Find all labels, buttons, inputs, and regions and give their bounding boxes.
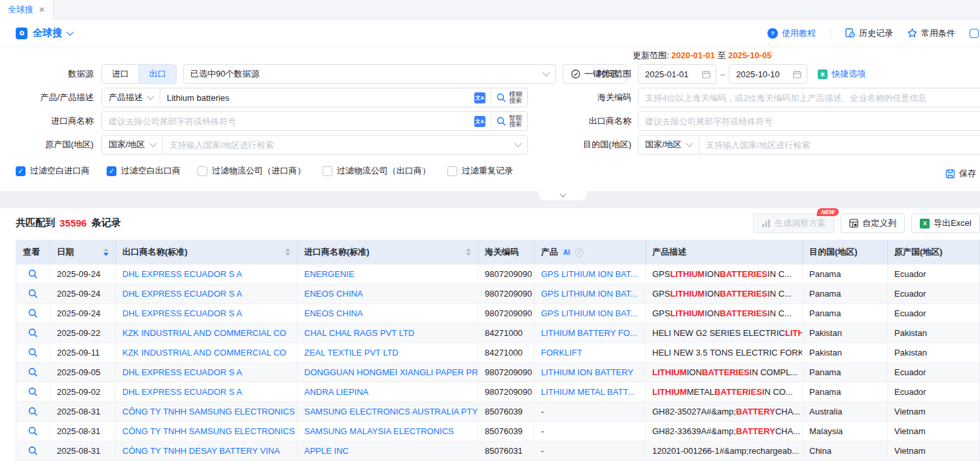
checkbox-icon[interactable]: ✓	[107, 166, 116, 176]
customize-columns-button[interactable]: 自定义列	[841, 213, 905, 233]
exporter-link[interactable]: CÔNG TY TNHH SAMSUNG ELECTRONICS ...	[116, 422, 298, 441]
chevron-down-icon[interactable]	[66, 28, 73, 35]
destination-cell: Australia	[803, 402, 888, 422]
import-toggle[interactable]: 进口	[102, 65, 139, 83]
save-button[interactable]: 保存	[945, 168, 976, 179]
destination-type-select[interactable]: 国家/地区	[639, 136, 699, 154]
product-link[interactable]: LITHIUM ION BATTERY	[534, 363, 646, 382]
destination-cell: Panama	[803, 304, 888, 323]
product-type-select[interactable]: 产品描述	[102, 88, 160, 107]
filter-checkbox-4[interactable]: 过滤重复记录	[447, 165, 513, 177]
tab-global-search[interactable]: 全球搜 ✕	[0, 0, 54, 20]
search-form: 更新范围: 2020-01-01 至 2025-10-05 数据源 进口 出口 …	[0, 47, 980, 191]
close-icon[interactable]: ✕	[39, 5, 45, 14]
view-record-button[interactable]	[16, 402, 50, 422]
datasource-select[interactable]: 已选中90个数据源	[183, 64, 556, 84]
view-record-button[interactable]	[16, 304, 50, 323]
filter-checkbox-1[interactable]: ✓过滤空白出口商	[107, 165, 181, 177]
app-root: 全球搜 ✕ 全球搜 ? 使用教程 历史记录	[0, 0, 980, 461]
exporter-link[interactable]: CÔNG TY TNHH DESAY BATTERY VINA	[116, 441, 298, 461]
importer-link[interactable]: SAMSUNG ELECTRONICS AUSTRALIA PTY	[298, 402, 478, 422]
sort-carets[interactable]	[103, 248, 109, 256]
results-summary: 共匹配到 35596 条记录	[16, 217, 121, 229]
checkbox-icon[interactable]	[447, 166, 457, 176]
product-link[interactable]: GPS LITHIUM ION BAT...	[534, 265, 646, 284]
product-link[interactable]: LITHIUM BATTERY FO...	[534, 323, 646, 343]
view-record-button[interactable]	[16, 441, 50, 461]
exporter-link[interactable]: DHL EXPRESS ECUADOR S A	[116, 382, 298, 402]
exporter-link[interactable]: KZK INDUSTRIAL AND COMMERCIAL CO	[116, 343, 298, 363]
view-record-button[interactable]	[16, 382, 50, 402]
exporter-link[interactable]: DHL EXPRESS ECUADOR S A	[116, 265, 298, 284]
export-excel-button[interactable]: X 导出Excel	[911, 213, 980, 233]
importer-link[interactable]: DONGGUAN HONGMEI XIANGLI PAPER PR...	[298, 363, 478, 382]
exporter-link[interactable]: DHL EXPRESS ECUADOR S A	[116, 284, 298, 304]
sort-carets[interactable]	[285, 248, 290, 256]
end-date-input[interactable]: 2025-10-10	[729, 64, 807, 84]
exporter-link[interactable]: DHL EXPRESS ECUADOR S A	[116, 304, 298, 323]
table-row: 2025-09-02DHL EXPRESS ECUADOR S AANDRA L…	[16, 382, 980, 402]
importer-link[interactable]: ANDRA LIEPINA	[298, 382, 478, 402]
column-header-date[interactable]: 日期	[50, 240, 116, 265]
table-body: 2025-09-24DHL EXPRESS ECUADOR S AENERGEN…	[16, 265, 980, 461]
export-toggle[interactable]: 出口	[139, 65, 176, 83]
exporter-link[interactable]: DHL EXPRESS ECUADOR S A	[116, 363, 298, 382]
origin-country-input[interactable]	[163, 136, 516, 154]
tutorial-icon: ?	[767, 28, 778, 39]
smart-search-button[interactable]: 智能搜索	[491, 112, 527, 130]
destination-country-input[interactable]	[699, 136, 980, 154]
info-icon[interactable]: i	[575, 248, 584, 257]
view-record-button[interactable]	[16, 343, 50, 363]
importer-link[interactable]: SAMSUNG MALAYSIA ELECTRONICS	[298, 422, 478, 441]
view-record-button[interactable]	[16, 265, 50, 284]
filter-checkbox-3[interactable]: 过滤物流公司（出口商）	[323, 165, 430, 177]
start-date-input[interactable]: 2025-01-01	[638, 64, 716, 84]
importer-link[interactable]: ENEOS CHINA	[298, 304, 478, 323]
view-record-button[interactable]	[16, 363, 50, 382]
importer-input[interactable]	[102, 112, 469, 130]
view-record-button[interactable]	[16, 284, 50, 304]
collapse-form-button[interactable]	[538, 191, 587, 200]
exporter-link[interactable]: CÔNG TY TNHH SAMSUNG ELECTRONICS ...	[116, 402, 298, 422]
view-record-button[interactable]	[16, 323, 50, 343]
translate-icon[interactable]: 文A	[474, 92, 485, 103]
product-link[interactable]: GPS LITHIUM ION BAT...	[534, 284, 646, 304]
tutorial-button[interactable]: ? 使用教程	[767, 28, 816, 39]
importer-link[interactable]: ENERGENIE	[298, 265, 478, 284]
exporter-link[interactable]: KZK INDUSTRIAL AND COMMERCIAL CO	[116, 323, 298, 343]
history-icon	[845, 28, 855, 38]
fuzzy-search-button[interactable]: 模糊搜索	[491, 88, 527, 107]
hs-code-input[interactable]	[639, 88, 980, 107]
exporter-input[interactable]	[639, 112, 980, 130]
calendar-icon	[702, 70, 710, 79]
generate-insight-button[interactable]: 生成洞察方案 NEW	[753, 213, 834, 233]
importer-link[interactable]: ENEOS CHINA	[298, 284, 478, 304]
chevron-down-icon	[149, 139, 156, 147]
checkbox-icon[interactable]	[323, 166, 332, 176]
tab-label: 全球搜	[8, 4, 33, 16]
checkbox-icon[interactable]: ✓	[16, 166, 26, 176]
product-link[interactable]: FORKLIFT	[534, 343, 646, 363]
product-input[interactable]	[160, 88, 469, 107]
destination-input-group: 国家/地区	[638, 135, 980, 155]
checkbox-icon[interactable]	[198, 166, 207, 176]
importer-link[interactable]: CHAL CHAL RAGS PVT LTD	[298, 323, 478, 343]
quick-options-button[interactable]: 快捷选项	[818, 68, 866, 80]
importer-link[interactable]: ZEAL TEXTILE PVT LTD	[298, 343, 478, 363]
cut-off-action-icon[interactable]	[970, 29, 979, 38]
product-link[interactable]: LITHIUM METAL BATT...	[534, 382, 646, 402]
column-header-importer[interactable]: 进口商名称(标准)	[298, 240, 478, 265]
importer-link[interactable]: APPLE INC	[298, 441, 478, 461]
product-link[interactable]: GPS LITHIUM ION BAT...	[534, 304, 646, 323]
filter-checkbox-2[interactable]: 过滤物流公司（进口商）	[198, 165, 306, 177]
favorites-button[interactable]: 常用条件	[907, 28, 955, 39]
view-record-button[interactable]	[16, 422, 50, 441]
origin-type-select[interactable]: 国家/地区	[102, 136, 163, 154]
filter-checkbox-0[interactable]: ✓过滤空白进口商	[16, 165, 90, 177]
history-button[interactable]: 历史记录	[845, 28, 893, 39]
page-title-group[interactable]: 全球搜	[16, 27, 73, 39]
destination-country-label: 目的国(地区)	[563, 139, 638, 151]
sort-carets[interactable]	[466, 248, 471, 256]
column-header-exporter[interactable]: 出口商名称(标准)	[116, 240, 298, 265]
translate-icon[interactable]: 文A	[474, 116, 485, 127]
